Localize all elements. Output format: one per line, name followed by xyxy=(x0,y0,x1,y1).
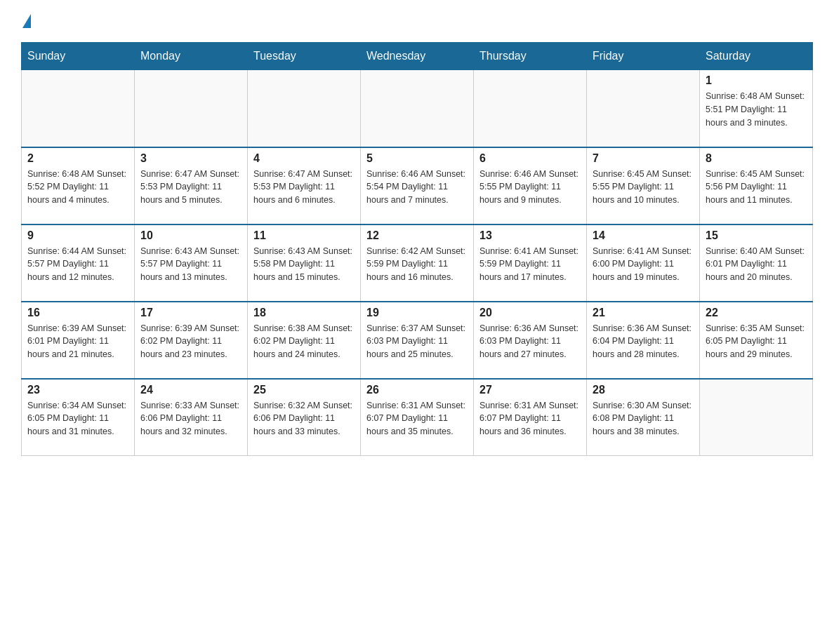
calendar-cell: 6Sunrise: 6:46 AM Sunset: 5:55 PM Daylig… xyxy=(474,147,587,224)
calendar-cell: 19Sunrise: 6:37 AM Sunset: 6:03 PM Dayli… xyxy=(361,302,474,379)
day-number: 3 xyxy=(140,152,241,165)
day-info: Sunrise: 6:46 AM Sunset: 5:55 PM Dayligh… xyxy=(479,168,581,207)
calendar-cell xyxy=(248,70,361,147)
calendar-cell: 24Sunrise: 6:33 AM Sunset: 6:06 PM Dayli… xyxy=(135,379,248,456)
day-info: Sunrise: 6:40 AM Sunset: 6:01 PM Dayligh… xyxy=(706,245,807,284)
day-number: 23 xyxy=(27,384,128,396)
day-number: 1 xyxy=(706,74,807,87)
day-number: 21 xyxy=(593,307,694,319)
day-info: Sunrise: 6:35 AM Sunset: 6:05 PM Dayligh… xyxy=(706,322,807,361)
day-number: 16 xyxy=(27,307,128,319)
calendar-cell: 18Sunrise: 6:38 AM Sunset: 6:02 PM Dayli… xyxy=(248,302,361,379)
calendar-cell: 2Sunrise: 6:48 AM Sunset: 5:52 PM Daylig… xyxy=(22,147,135,224)
calendar-cell: 27Sunrise: 6:31 AM Sunset: 6:07 PM Dayli… xyxy=(474,379,587,456)
day-info: Sunrise: 6:45 AM Sunset: 5:56 PM Dayligh… xyxy=(706,168,807,207)
day-of-week-header: Thursday xyxy=(474,43,587,70)
day-info: Sunrise: 6:46 AM Sunset: 5:54 PM Dayligh… xyxy=(366,168,468,207)
day-number: 5 xyxy=(366,152,468,165)
calendar-cell: 7Sunrise: 6:45 AM Sunset: 5:55 PM Daylig… xyxy=(587,147,700,224)
day-info: Sunrise: 6:33 AM Sunset: 6:06 PM Dayligh… xyxy=(140,399,241,438)
day-info: Sunrise: 6:34 AM Sunset: 6:05 PM Dayligh… xyxy=(27,399,128,438)
day-number: 28 xyxy=(593,384,694,396)
calendar-cell: 26Sunrise: 6:31 AM Sunset: 6:07 PM Dayli… xyxy=(361,379,474,456)
calendar-week-row: 2Sunrise: 6:48 AM Sunset: 5:52 PM Daylig… xyxy=(22,147,813,224)
calendar-week-row: 1Sunrise: 6:48 AM Sunset: 5:51 PM Daylig… xyxy=(22,70,813,147)
calendar-cell: 15Sunrise: 6:40 AM Sunset: 6:01 PM Dayli… xyxy=(700,224,813,302)
day-info: Sunrise: 6:31 AM Sunset: 6:07 PM Dayligh… xyxy=(479,399,581,438)
day-info: Sunrise: 6:38 AM Sunset: 6:02 PM Dayligh… xyxy=(253,322,355,361)
calendar-header-row: SundayMondayTuesdayWednesdayThursdayFrid… xyxy=(22,43,813,70)
calendar-cell: 14Sunrise: 6:41 AM Sunset: 6:00 PM Dayli… xyxy=(587,224,700,302)
day-number: 4 xyxy=(253,152,355,165)
day-number: 26 xyxy=(366,384,468,396)
calendar-week-row: 23Sunrise: 6:34 AM Sunset: 6:05 PM Dayli… xyxy=(22,379,813,456)
logo-triangle-icon xyxy=(22,14,31,28)
calendar-cell: 25Sunrise: 6:32 AM Sunset: 6:06 PM Dayli… xyxy=(248,379,361,456)
calendar-cell: 4Sunrise: 6:47 AM Sunset: 5:53 PM Daylig… xyxy=(248,147,361,224)
calendar-cell: 1Sunrise: 6:48 AM Sunset: 5:51 PM Daylig… xyxy=(700,70,813,147)
logo xyxy=(21,14,32,28)
calendar-cell: 22Sunrise: 6:35 AM Sunset: 6:05 PM Dayli… xyxy=(700,302,813,379)
calendar-cell xyxy=(587,70,700,147)
day-number: 20 xyxy=(479,307,581,319)
day-info: Sunrise: 6:36 AM Sunset: 6:03 PM Dayligh… xyxy=(479,322,581,361)
calendar-cell: 11Sunrise: 6:43 AM Sunset: 5:58 PM Dayli… xyxy=(248,224,361,302)
day-info: Sunrise: 6:41 AM Sunset: 6:00 PM Dayligh… xyxy=(593,245,694,284)
calendar-cell: 13Sunrise: 6:41 AM Sunset: 5:59 PM Dayli… xyxy=(474,224,587,302)
day-info: Sunrise: 6:47 AM Sunset: 5:53 PM Dayligh… xyxy=(253,168,355,207)
day-number: 14 xyxy=(593,229,694,242)
day-of-week-header: Friday xyxy=(587,43,700,70)
day-number: 9 xyxy=(27,229,128,242)
day-number: 17 xyxy=(140,307,241,319)
day-info: Sunrise: 6:32 AM Sunset: 6:06 PM Dayligh… xyxy=(253,399,355,438)
calendar-cell: 12Sunrise: 6:42 AM Sunset: 5:59 PM Dayli… xyxy=(361,224,474,302)
calendar-week-row: 16Sunrise: 6:39 AM Sunset: 6:01 PM Dayli… xyxy=(22,302,813,379)
calendar-cell xyxy=(22,70,135,147)
day-info: Sunrise: 6:45 AM Sunset: 5:55 PM Dayligh… xyxy=(593,168,694,207)
calendar-cell: 8Sunrise: 6:45 AM Sunset: 5:56 PM Daylig… xyxy=(700,147,813,224)
day-number: 22 xyxy=(706,307,807,319)
calendar-cell: 20Sunrise: 6:36 AM Sunset: 6:03 PM Dayli… xyxy=(474,302,587,379)
day-number: 24 xyxy=(140,384,241,396)
day-info: Sunrise: 6:39 AM Sunset: 6:02 PM Dayligh… xyxy=(140,322,241,361)
calendar-week-row: 9Sunrise: 6:44 AM Sunset: 5:57 PM Daylig… xyxy=(22,224,813,302)
day-number: 25 xyxy=(253,384,355,396)
day-number: 7 xyxy=(593,152,694,165)
day-info: Sunrise: 6:37 AM Sunset: 6:03 PM Dayligh… xyxy=(366,322,468,361)
day-number: 15 xyxy=(706,229,807,242)
day-of-week-header: Saturday xyxy=(700,43,813,70)
calendar-cell: 21Sunrise: 6:36 AM Sunset: 6:04 PM Dayli… xyxy=(587,302,700,379)
day-of-week-header: Monday xyxy=(135,43,248,70)
day-info: Sunrise: 6:31 AM Sunset: 6:07 PM Dayligh… xyxy=(366,399,468,438)
day-info: Sunrise: 6:48 AM Sunset: 5:51 PM Dayligh… xyxy=(706,90,807,129)
day-info: Sunrise: 6:44 AM Sunset: 5:57 PM Dayligh… xyxy=(27,245,128,284)
day-number: 11 xyxy=(253,229,355,242)
calendar-cell: 5Sunrise: 6:46 AM Sunset: 5:54 PM Daylig… xyxy=(361,147,474,224)
day-of-week-header: Sunday xyxy=(22,43,135,70)
calendar-table: SundayMondayTuesdayWednesdayThursdayFrid… xyxy=(21,42,813,456)
day-info: Sunrise: 6:36 AM Sunset: 6:04 PM Dayligh… xyxy=(593,322,694,361)
day-number: 19 xyxy=(366,307,468,319)
calendar-cell xyxy=(474,70,587,147)
calendar-cell: 9Sunrise: 6:44 AM Sunset: 5:57 PM Daylig… xyxy=(22,224,135,302)
calendar-cell: 17Sunrise: 6:39 AM Sunset: 6:02 PM Dayli… xyxy=(135,302,248,379)
day-number: 12 xyxy=(366,229,468,242)
day-info: Sunrise: 6:48 AM Sunset: 5:52 PM Dayligh… xyxy=(27,168,128,207)
day-number: 13 xyxy=(479,229,581,242)
calendar-cell: 23Sunrise: 6:34 AM Sunset: 6:05 PM Dayli… xyxy=(22,379,135,456)
day-info: Sunrise: 6:30 AM Sunset: 6:08 PM Dayligh… xyxy=(593,399,694,438)
day-info: Sunrise: 6:43 AM Sunset: 5:57 PM Dayligh… xyxy=(140,245,241,284)
calendar-cell: 10Sunrise: 6:43 AM Sunset: 5:57 PM Dayli… xyxy=(135,224,248,302)
calendar-cell xyxy=(361,70,474,147)
day-number: 2 xyxy=(27,152,128,165)
calendar-cell xyxy=(135,70,248,147)
day-info: Sunrise: 6:42 AM Sunset: 5:59 PM Dayligh… xyxy=(366,245,468,284)
day-number: 10 xyxy=(140,229,241,242)
page-header xyxy=(21,14,813,28)
calendar-cell: 16Sunrise: 6:39 AM Sunset: 6:01 PM Dayli… xyxy=(22,302,135,379)
day-info: Sunrise: 6:43 AM Sunset: 5:58 PM Dayligh… xyxy=(253,245,355,284)
day-number: 8 xyxy=(706,152,807,165)
day-of-week-header: Tuesday xyxy=(248,43,361,70)
day-number: 27 xyxy=(479,384,581,396)
day-number: 18 xyxy=(253,307,355,319)
